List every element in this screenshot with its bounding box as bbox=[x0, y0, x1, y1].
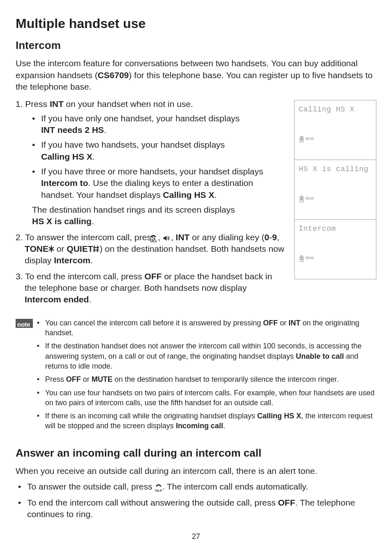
n3b: or bbox=[81, 375, 92, 383]
battery-icon bbox=[299, 195, 304, 203]
int-key: INT bbox=[50, 99, 64, 109]
n5-bold1: Calling HS X bbox=[257, 412, 301, 420]
step1-follow: The destination handset rings and its sc… bbox=[16, 204, 284, 227]
s1b3-pre: If you have three or more handsets, your… bbox=[41, 167, 263, 176]
s2-0: 0 bbox=[265, 232, 270, 242]
s2-comma: , bbox=[158, 232, 163, 242]
step1-bullet1: If you have only one handset, your hands… bbox=[32, 113, 284, 136]
page-title: Multiple handset use bbox=[16, 15, 376, 32]
battery-icon bbox=[299, 255, 304, 262]
svg-rect-2 bbox=[301, 138, 303, 139]
n1-int: INT bbox=[288, 319, 300, 327]
s1b3-bold2: Calling HS X bbox=[163, 190, 214, 200]
note-block: note You can cancel the intercom call be… bbox=[16, 318, 376, 434]
answer-bullet-1: To answer the outside call, press TALK. … bbox=[16, 481, 376, 492]
page-number: 27 bbox=[16, 531, 376, 541]
screens-column: Calling HS X ECO HS X is calling ECO Int… bbox=[294, 100, 376, 310]
note-item-1: You can cancel the intercom call before … bbox=[37, 318, 376, 338]
intercom-heading: Intercom bbox=[16, 38, 376, 53]
ab1b: . The intercom call ends automatically. bbox=[162, 482, 308, 491]
intercom-intro: Use the intercom feature for conversatio… bbox=[16, 58, 376, 93]
answer-heading: Answer an incoming call during an interc… bbox=[16, 446, 376, 460]
screen2-text: HS X is calling bbox=[299, 164, 372, 174]
s2-num: 2. bbox=[16, 232, 25, 242]
s1b2-pre: If you have two handsets, your handset d… bbox=[41, 140, 225, 149]
screen3-text: Intercom bbox=[299, 224, 372, 234]
note-tag: note bbox=[16, 319, 33, 328]
s1f-pre: The destination handset rings and its sc… bbox=[32, 205, 235, 214]
s2-quiet: QUIET bbox=[67, 244, 93, 253]
answer-section: Answer an incoming call during an interc… bbox=[16, 446, 376, 520]
s3-num: 3. bbox=[16, 272, 25, 281]
s3-a: To end the intercom call, press bbox=[25, 272, 145, 281]
n5a: If there is an incoming call while the o… bbox=[45, 412, 257, 420]
ab2a: To end the intercom call without answeri… bbox=[27, 498, 278, 507]
n5-bold2: Incoming call bbox=[176, 422, 223, 430]
s3-bold: Intercom ended bbox=[25, 295, 89, 304]
speaker-icon bbox=[163, 235, 171, 241]
steps-column: 1. Press INT on your handset when not in… bbox=[16, 98, 284, 310]
pound-icon bbox=[93, 245, 99, 253]
svg-rect-11 bbox=[301, 259, 303, 260]
step1-lead: 1. Press bbox=[16, 99, 50, 109]
s2-bold: Intercom bbox=[54, 255, 90, 265]
step-3: 3. To end the intercom call, press OFF o… bbox=[16, 271, 284, 306]
battery-icon bbox=[299, 136, 304, 143]
step-1: 1. Press INT on your handset when not in… bbox=[16, 98, 284, 227]
step1-tail: on your handset when not in use. bbox=[64, 99, 193, 109]
s1f-bold: HS X is calling bbox=[32, 216, 92, 226]
s2-int: INT bbox=[176, 232, 190, 242]
n1-off: OFF bbox=[263, 319, 278, 327]
n3a: Press bbox=[45, 375, 66, 383]
step-2: 2. To answer the intercom call, press TA… bbox=[16, 232, 284, 267]
svg-rect-5 bbox=[301, 196, 302, 197]
eco-label: ECO bbox=[306, 136, 314, 141]
screen-calling: Calling HS X ECO bbox=[294, 100, 376, 160]
answer-bullet-2: To end the intercom call without answeri… bbox=[16, 497, 376, 520]
s2-or: or bbox=[54, 244, 67, 253]
note-item-3: Press OFF or MUTE on the destination han… bbox=[37, 374, 376, 384]
star-icon bbox=[48, 245, 54, 253]
s2-c1: , bbox=[277, 232, 279, 242]
svg-rect-1 bbox=[301, 136, 302, 137]
s1b2-bold: Calling HS X bbox=[41, 152, 92, 161]
svg-rect-6 bbox=[301, 197, 303, 199]
svg-rect-3 bbox=[301, 139, 303, 141]
ab1a: To answer the outside call, press bbox=[27, 482, 155, 491]
s2-a: To answer the intercom call, press bbox=[25, 232, 158, 242]
s3-off: OFF bbox=[145, 272, 162, 281]
note-item-2: If the destination handset does not answ… bbox=[37, 341, 376, 371]
s1b1-pre: If you have only one handset, your hands… bbox=[41, 114, 240, 123]
screen-intercom: Intercom ECO bbox=[294, 219, 376, 279]
s2-9: 9 bbox=[272, 232, 277, 242]
n3-mute: MUTE bbox=[92, 375, 113, 383]
talk-icon: TALK bbox=[155, 483, 162, 492]
eco-label: ECO bbox=[306, 255, 314, 260]
screen1-text: Calling HS X bbox=[299, 104, 372, 114]
n1b: or bbox=[278, 319, 288, 327]
note-item-5: If there is an incoming call while the o… bbox=[37, 411, 376, 431]
note-item-4: You can use four handsets on two pairs o… bbox=[37, 388, 376, 408]
n1a: You can cancel the intercom call before … bbox=[45, 319, 263, 327]
svg-rect-9 bbox=[301, 255, 302, 256]
s1b3-bold1: Intercom to bbox=[41, 178, 88, 188]
screen-is-calling: HS X is calling ECO bbox=[294, 160, 376, 220]
n3c: on the destination handset to temporaril… bbox=[113, 375, 339, 383]
answer-intro: When you receive an outside call during … bbox=[16, 465, 376, 477]
ab2-off: OFF bbox=[278, 498, 295, 507]
svg-rect-7 bbox=[301, 199, 303, 200]
s2-b: or any dialing key ( bbox=[189, 232, 264, 242]
svg-rect-10 bbox=[301, 257, 303, 258]
s2-tone: TONE bbox=[25, 244, 48, 253]
step1-bullet2: If you have two handsets, your handset d… bbox=[32, 139, 284, 162]
eco-label: ECO bbox=[306, 196, 314, 201]
n3-off: OFF bbox=[66, 375, 81, 383]
step1-bullet3: If you have three or more handsets, your… bbox=[32, 166, 284, 201]
n2-bold: Unable to call bbox=[296, 352, 344, 360]
s1b1-bold: INT needs 2 HS bbox=[41, 125, 104, 135]
model-number: CS6709 bbox=[98, 70, 129, 80]
